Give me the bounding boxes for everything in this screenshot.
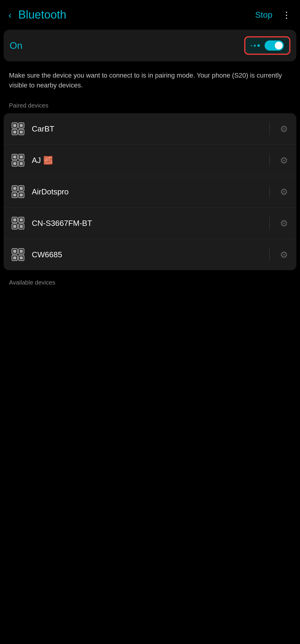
settings-icon-aj[interactable]: ⚙	[279, 154, 289, 167]
device-icon-cw6685	[11, 247, 25, 262]
scan-dot-2	[254, 45, 256, 47]
settings-icon-carbt[interactable]: ⚙	[279, 123, 289, 135]
svg-rect-29	[20, 218, 23, 221]
device-icon-carbt	[11, 122, 25, 136]
svg-rect-14	[13, 162, 16, 165]
svg-rect-22	[13, 193, 16, 196]
device-name-carbt: CarBT	[32, 124, 260, 134]
device-name-aj: AJ 🧱	[32, 156, 260, 165]
device-row-aj[interactable]: AJ 🧱 ⚙	[4, 145, 296, 176]
svg-rect-13	[20, 155, 23, 158]
more-options-button[interactable]: ⋮	[282, 10, 291, 19]
svg-rect-37	[20, 250, 23, 253]
header: ‹ Bluetooth Stop ⋮	[0, 0, 300, 30]
divider-aj	[269, 154, 270, 166]
svg-rect-4	[13, 124, 16, 127]
settings-icon-airdotspro[interactable]: ⚙	[279, 185, 289, 198]
toggle-highlight-box	[244, 36, 290, 55]
stop-button[interactable]: Stop	[255, 10, 272, 20]
empty-space	[0, 290, 300, 560]
device-name-airdotspro: AirDotspro	[32, 187, 260, 196]
settings-icon-cns3667[interactable]: ⚙	[279, 217, 289, 230]
svg-rect-15	[20, 162, 23, 165]
paired-devices-label: Paired devices	[0, 93, 300, 113]
svg-rect-21	[20, 187, 23, 190]
device-row-airdotspro[interactable]: AirDotspro ⚙	[4, 176, 296, 208]
divider-cns3667	[269, 217, 270, 229]
scan-dot-1	[251, 45, 252, 46]
svg-rect-7	[20, 131, 23, 134]
svg-rect-12	[13, 155, 16, 158]
svg-rect-6	[13, 131, 16, 134]
svg-rect-5	[20, 124, 23, 127]
back-button[interactable]: ‹	[6, 9, 14, 21]
pairing-description: Make sure the device you want to connect…	[0, 61, 300, 93]
svg-rect-38	[13, 256, 16, 259]
settings-icon-cw6685[interactable]: ⚙	[279, 248, 289, 261]
device-icon-airdotspro	[11, 185, 25, 199]
device-icon-cns3667	[11, 216, 25, 230]
device-row-cns3667[interactable]: CN-S3667FM-BT ⚙	[4, 208, 296, 239]
available-devices-label: Available devices	[0, 270, 300, 290]
svg-rect-28	[13, 218, 16, 221]
device-name-cw6685: CW6685	[32, 250, 260, 259]
device-name-cns3667: CN-S3667FM-BT	[32, 219, 260, 228]
scan-dot-3	[257, 44, 260, 47]
svg-rect-20	[13, 187, 16, 190]
svg-rect-23	[20, 193, 23, 196]
device-icon-aj	[11, 153, 25, 167]
svg-rect-39	[20, 256, 23, 259]
scanning-animation	[251, 44, 260, 47]
svg-rect-36	[13, 250, 16, 253]
svg-rect-31	[20, 225, 23, 228]
divider-airdotspro	[269, 186, 270, 198]
page-title: Bluetooth	[18, 8, 251, 21]
bluetooth-status-label: On	[10, 40, 22, 51]
bluetooth-toggle-row: On	[4, 30, 296, 61]
divider-cw6685	[269, 249, 270, 261]
svg-rect-30	[13, 225, 16, 228]
bluetooth-toggle-switch[interactable]	[265, 40, 284, 51]
paired-devices-list: CarBT ⚙ AJ 🧱 ⚙	[4, 113, 296, 270]
device-row-carbt[interactable]: CarBT ⚙	[4, 113, 296, 145]
toggle-thumb	[275, 42, 283, 49]
divider-carbt	[269, 123, 270, 135]
device-row-cw6685[interactable]: CW6685 ⚙	[4, 239, 296, 270]
